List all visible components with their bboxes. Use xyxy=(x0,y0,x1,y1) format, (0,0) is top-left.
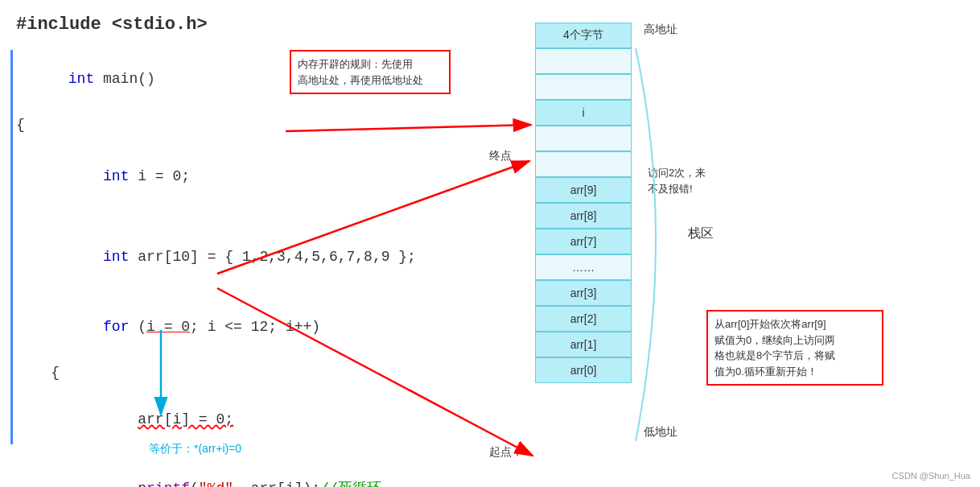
left-bar xyxy=(10,50,13,444)
mem-cell-4 xyxy=(535,151,632,177)
mem-rule-box: 内存开辟的规则：先使用高地址处，再使用低地址处 xyxy=(290,50,451,94)
high-addr-label: 高地址 xyxy=(644,23,677,37)
var-i: int i = 0; xyxy=(16,142,507,211)
page-container: #include <stdio.h> int main() { int i = … xyxy=(0,0,980,487)
mem-cell-dots: …… xyxy=(535,254,632,280)
low-addr-label: 低地址 xyxy=(644,425,677,440)
brace-open: { xyxy=(16,113,507,137)
mem-cell-arr1: arr[1] xyxy=(535,332,632,357)
include-line: #include <stdio.h> xyxy=(16,14,507,35)
endpoint-label: 终点 xyxy=(489,149,512,163)
mem-cell-arr0: arr[0] xyxy=(535,357,632,383)
stack-zone-label: 栈区 xyxy=(688,225,714,242)
memory-cells: 4个字节 i arr[9] arr[8] arr[7] …… arr[3] ar… xyxy=(535,23,632,383)
mem-cell-3 xyxy=(535,126,632,151)
mem-cell-arr8: arr[8] xyxy=(535,203,632,229)
mem-cell-top: 4个字节 xyxy=(535,23,632,48)
mem-cell-arr2: arr[2] xyxy=(535,306,632,332)
mem-cell-arr9: arr[9] xyxy=(535,177,632,203)
mem-cell-1 xyxy=(535,48,632,74)
equivalent-label: 等价于：*(arr+i)=0 xyxy=(149,442,241,456)
visit-note: 访问2次，来不及报错! xyxy=(648,165,706,196)
mem-cell-i: i xyxy=(535,100,632,126)
startpoint-label: 起点： xyxy=(489,445,523,460)
brace-open2: { xyxy=(16,361,507,385)
mem-cell-arr3: arr[3] xyxy=(535,280,632,306)
watermark: CSDN @Shun_Hua xyxy=(892,471,970,481)
mem-cell-arr7: arr[7] xyxy=(535,229,632,254)
mem-cell-2 xyxy=(535,74,632,100)
arr-explain-box: 从arr[0]开始依次将arr[9]赋值为0，继续向上访问两格也就是8个字节后，… xyxy=(706,310,883,386)
arr-decl: int arr[10] = { 1,2,3,4,5,6,7,8,9 }; xyxy=(16,223,507,292)
arr-assign: arr[i] = 0; xyxy=(16,385,507,454)
printf-stmt: printf("%d", arr[i]);//死循环 xyxy=(16,455,507,487)
for-stmt: for (i = 0; i <= 12; i++) xyxy=(16,292,507,361)
